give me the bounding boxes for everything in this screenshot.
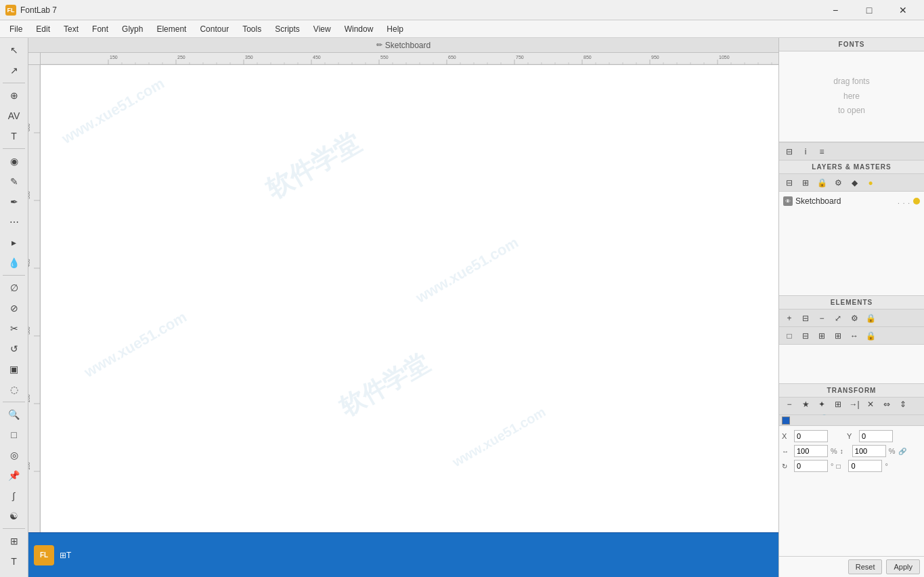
elem-shield-btn[interactable]: 🔒	[863, 312, 878, 325]
x-input[interactable]	[794, 430, 828, 442]
tool-blade[interactable]: ▸	[3, 233, 25, 252]
reset-button[interactable]: Reset	[848, 559, 883, 574]
tool-subselect[interactable]: ↗	[3, 61, 25, 80]
tool-eye-dropper[interactable]: 💧	[3, 253, 25, 272]
watermark-6: www.xue51.com	[449, 404, 548, 470]
tool-kerning[interactable]: AV	[3, 106, 25, 125]
svg-text:550: 550	[380, 55, 389, 60]
tool-text[interactable]: T	[3, 127, 25, 146]
transform-flip-h-btn[interactable]: ⇔	[879, 398, 894, 411]
tool-grid[interactable]: ⊞	[3, 532, 25, 551]
menu-item-window[interactable]: Window	[338, 22, 380, 37]
tool-anchor[interactable]: 📌	[3, 466, 25, 485]
elem-rect-btn[interactable]: □	[782, 329, 797, 343]
elem-add-btn[interactable]: +	[782, 312, 797, 325]
transform-grid1-btn[interactable]: ⊞	[831, 398, 845, 411]
tool-rotate[interactable]: ↺	[3, 339, 25, 358]
tool-circle[interactable]: ∅	[3, 278, 25, 297]
tool-zoom[interactable]: 🔍	[3, 405, 25, 424]
menu-item-scripts[interactable]: Scripts	[268, 22, 307, 37]
transform-flip-v-btn[interactable]: ⇕	[896, 398, 910, 411]
layers-menu-icon[interactable]: ≡	[814, 145, 829, 158]
layers-link-icon[interactable]: 🔒	[814, 176, 829, 190]
transform-x-btn[interactable]: ✕	[863, 398, 878, 411]
menu-item-font[interactable]: Font	[85, 22, 115, 37]
fonts-panel-header: FONTS	[779, 38, 924, 51]
ruler-corner	[28, 53, 41, 65]
color-swatch-blue[interactable]	[782, 416, 790, 425]
y-input[interactable]	[859, 430, 893, 442]
fonts-hint: drag fonts here to open	[833, 74, 869, 119]
menu-item-view[interactable]: View	[307, 22, 338, 37]
layer-row[interactable]: 👁 Sketchboard . . .	[780, 193, 923, 209]
elem-lock-btn[interactable]: 🔒	[863, 329, 878, 343]
tool-rect[interactable]: ⊘	[3, 299, 25, 318]
svg-text:500: 500	[28, 191, 30, 199]
elem-gear-btn[interactable]: ⚙	[847, 312, 862, 325]
menu-item-element[interactable]: Element	[150, 22, 193, 37]
bottom-label: ⊞T	[60, 551, 71, 560]
tool-pen[interactable]: ✒	[3, 192, 25, 211]
layers-info-icon[interactable]: i	[798, 145, 813, 158]
tool-knife[interactable]: ✂	[3, 319, 25, 338]
layers-dot-icon[interactable]: ●	[863, 176, 878, 190]
canvas-tab-label: Sketchboard	[385, 41, 431, 50]
layers-gear-icon[interactable]: ⚙	[831, 176, 845, 190]
layers-color-icon[interactable]: ◆	[847, 176, 862, 190]
toolbar-separator	[3, 402, 25, 402]
tool-rect-select[interactable]: □	[3, 425, 25, 444]
elem-minus-btn[interactable]: −	[814, 312, 829, 325]
tool-unicode[interactable]: T	[3, 552, 25, 571]
r-input[interactable]	[794, 460, 828, 472]
h-unit: %	[889, 447, 896, 455]
layers-dup-layer[interactable]: ⊞	[798, 176, 813, 190]
tool-spiro[interactable]: ⋯	[3, 213, 25, 232]
svg-text:200: 200	[28, 394, 30, 402]
menu-item-text[interactable]: Text	[57, 22, 85, 37]
menu-item-contour[interactable]: Contour	[193, 22, 236, 37]
menu-item-file[interactable]: File	[3, 22, 29, 37]
elem-table-btn[interactable]: ⊞	[814, 329, 829, 343]
menu-item-help[interactable]: Help	[380, 22, 410, 37]
maximize-button[interactable]: □	[854, 0, 885, 20]
transform-footer: Reset Apply	[779, 556, 924, 577]
watermark-1: www.xue51.com	[59, 74, 168, 148]
elem-dup-btn[interactable]: ⊟	[798, 312, 813, 325]
elem-img-btn[interactable]: ⊟	[798, 329, 813, 343]
close-button[interactable]: ✕	[887, 0, 919, 20]
minimize-button[interactable]: −	[820, 0, 851, 20]
rot-icon: ↻	[782, 463, 791, 470]
menu-item-tools[interactable]: Tools	[236, 22, 268, 37]
apply-button[interactable]: Apply	[886, 559, 920, 574]
elem-arrow-btn[interactable]: ↔	[847, 329, 862, 343]
h-input[interactable]	[852, 445, 886, 457]
tool-pencil[interactable]: ✎	[3, 172, 25, 191]
elem-grid-btn[interactable]: ⊞	[831, 329, 845, 343]
layers-toggle-icon[interactable]: ⊟	[782, 145, 797, 158]
watermark-4: www.xue51.com	[81, 308, 190, 381]
link-icon: 🔗	[898, 448, 906, 455]
tool-shadow[interactable]: ◌	[3, 380, 25, 399]
tool-transform[interactable]: ⊕	[3, 86, 25, 105]
layer-name: Sketchboard	[795, 196, 895, 206]
tool-fill[interactable]: ▣	[3, 360, 25, 379]
app-icon: FL	[5, 5, 16, 16]
menu-item-glyph[interactable]: Glyph	[115, 22, 150, 37]
elem-expand-btn[interactable]: ⤢	[831, 312, 845, 325]
tool-eraser[interactable]: ◉	[3, 152, 25, 171]
menu-item-edit[interactable]: Edit	[29, 22, 57, 37]
watermark-3: www.xue51.com	[413, 234, 522, 307]
layers-panel: LAYERS & MASTERS ⊟ ⊞ 🔒 ⚙ ◆ ● 👁 Sketchboa…	[779, 161, 924, 296]
skew-input[interactable]	[848, 460, 882, 472]
transform-sparkle-btn[interactable]: ✦	[814, 398, 829, 411]
tool-pointer[interactable]: ↖	[3, 41, 25, 60]
transform-minus-btn[interactable]: −	[782, 398, 797, 411]
tool-pan[interactable]: ◎	[3, 446, 25, 465]
tool-corner[interactable]: ∫	[3, 486, 25, 505]
transform-rarrow-btn[interactable]: →|	[847, 398, 862, 411]
tool-tunni[interactable]: ☯	[3, 507, 25, 526]
canvas-area[interactable]: www.xue51.com 软件学堂 www.xue51.com www.xue…	[41, 65, 778, 532]
w-input[interactable]	[794, 445, 828, 457]
layers-add-layer[interactable]: ⊟	[782, 176, 797, 190]
transform-star-btn[interactable]: ★	[798, 398, 813, 411]
